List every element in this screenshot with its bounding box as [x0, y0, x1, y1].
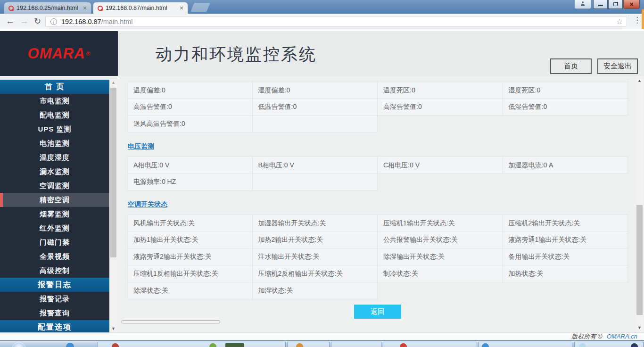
profile-button[interactable]: [574, 0, 591, 9]
taskbar-button[interactable]: [98, 342, 286, 347]
data-table: 温度偏差:0湿度偏差:0温度死区:0湿度死区:0高温告警值:0低温告警值:0高湿…: [127, 82, 628, 132]
scroll-down-icon[interactable]: ▼: [636, 325, 644, 330]
scroll-down-icon[interactable]: ▼: [109, 326, 117, 331]
tab-close-icon[interactable]: ×: [178, 5, 185, 11]
table-cell: A相电压:0 V: [127, 157, 253, 174]
info-icon[interactable]: i: [50, 18, 57, 25]
site-link[interactable]: OMARA.cn: [607, 333, 637, 340]
sidebar-item[interactable]: 报警查询: [0, 306, 109, 320]
taskbar-app-icon[interactable]: [631, 343, 638, 347]
sidebar-item[interactable]: 高级控制: [0, 264, 109, 278]
back-icon[interactable]: ←: [6, 16, 15, 27]
logout-button[interactable]: 安全退出: [597, 58, 638, 74]
start-button[interactable]: [11, 342, 26, 347]
table-cell: 湿度偏差:0: [253, 82, 378, 99]
taskbar-button[interactable]: [383, 342, 477, 347]
browser-tab[interactable]: 192.168.0.87/main.html×: [93, 2, 188, 14]
table-row: A相电压:0 VB相电压:0 VC相电压:0 V加湿器电流:0 A: [127, 157, 628, 174]
table-cell: 液路旁通1输出开关状态:关: [503, 231, 628, 248]
taskbar-app-icon[interactable]: [482, 343, 489, 347]
maximize-icon: [613, 2, 618, 6]
table-row: 温度偏差:0湿度偏差:0温度死区:0湿度死区:0: [127, 82, 628, 99]
scrollbar-thumb[interactable]: [636, 205, 643, 315]
table-cell: 电源频率:0 HZ: [127, 174, 253, 190]
new-tab-button[interactable]: [190, 3, 210, 12]
sidebar-item[interactable]: 温度湿度: [0, 150, 109, 165]
section-heading: 电压监测: [128, 142, 628, 151]
table-cell: 低温告警值:0: [253, 99, 378, 116]
table-cell: 液路旁通2输出开关状态:关: [127, 248, 253, 265]
sidebar-item[interactable]: 电池监测: [0, 136, 109, 150]
url-bar[interactable]: i 192.168.0.87/main.html ☆: [45, 16, 627, 27]
browser-toolbar: ← → ↻ i 192.168.0.87/main.html ☆ ⋮: [0, 14, 644, 29]
browser-tab[interactable]: 192.168.0.25/main.html×: [4, 2, 91, 14]
bookmark-star-icon[interactable]: ☆: [616, 17, 623, 26]
scrollbar-thumb[interactable]: [110, 88, 116, 257]
site-favicon-icon: [8, 6, 14, 11]
table-cell: 送风高温告警值:0: [127, 116, 253, 132]
browser-titlebar: 192.168.0.25/main.html×192.168.0.87/main…: [0, 0, 644, 14]
home-button[interactable]: 首页: [550, 58, 592, 74]
scroll-up-icon[interactable]: ▲: [109, 80, 117, 85]
tab-title: 192.168.0.87/main.html: [106, 5, 178, 11]
table-cell: 除湿输出开关状态:关: [378, 248, 503, 265]
sidebar-item[interactable]: 配电监测: [0, 108, 109, 122]
content-scrollbar[interactable]: ▲ ▼: [636, 76, 644, 332]
table-cell: 加热2输出开关状态:关: [253, 231, 378, 248]
close-button[interactable]: ×: [623, 0, 640, 9]
tables-container: 温度偏差:0湿度偏差:0温度死区:0湿度死区:0高温告警值:0低温告警值:0高湿…: [127, 82, 628, 299]
back-button[interactable]: 返回: [354, 305, 401, 319]
taskbar-app-icon[interactable]: [112, 343, 119, 347]
orange-edge-strip: [642, 9, 644, 29]
sidebar-item[interactable]: 市电监测: [0, 94, 109, 108]
table-row: 高温告警值:0低温告警值:0高湿告警值:0低湿告警值:0: [127, 99, 628, 116]
taskbar-app-icon[interactable]: [400, 343, 407, 347]
taskbar-app-icon[interactable]: [579, 343, 586, 347]
table-cell: 高湿告警值:0: [378, 99, 503, 116]
sidebar-item[interactable]: 红外监测: [0, 221, 109, 235]
page-footer: 版权所有 © OMARA.cn: [0, 332, 644, 340]
sidebar: 首 页市电监测配电监测UPS 监测电池监测温度湿度漏水监测空调监测精密空调烟雾监…: [0, 80, 109, 332]
taskbar-app-icon[interactable]: [296, 343, 303, 347]
taskbar-button[interactable]: [287, 342, 330, 347]
sidebar-item[interactable]: 报警记录: [0, 292, 109, 306]
table-cell: 低湿告警值:0: [503, 99, 628, 116]
sidebar-item[interactable]: 空调监测: [0, 179, 109, 193]
table-row: 除湿状态:关加湿状态:关: [127, 282, 628, 299]
maximize-button[interactable]: [608, 0, 623, 9]
reload-icon[interactable]: ↻: [34, 16, 41, 27]
browser-menu-icon[interactable]: ⋮: [633, 15, 641, 25]
url-host: 192.168.0.87: [61, 18, 101, 25]
minimize-icon: [598, 5, 603, 6]
table-cell: [253, 116, 378, 132]
sidebar-section-header[interactable]: 报警日志: [0, 278, 109, 292]
horizontal-scrollbar-thumb[interactable]: [121, 320, 220, 323]
taskbar-button[interactable]: [331, 342, 381, 347]
taskbar-app-icon[interactable]: [209, 343, 216, 347]
sidebar-item[interactable]: 门磁门禁: [0, 235, 109, 249]
sidebar-item[interactable]: 漏水监测: [0, 165, 109, 179]
taskbar: [0, 340, 644, 347]
table-cell: 温度死区:0: [378, 82, 503, 99]
sidebar-item[interactable]: 精密空调: [0, 193, 109, 207]
sidebar-item[interactable]: 全景视频: [0, 249, 109, 264]
sidebar-scrollbar[interactable]: ▲ ▼: [109, 79, 117, 332]
table-cell: 制冷状态:关: [378, 265, 503, 282]
sidebar-section-header[interactable]: 首 页: [0, 80, 109, 94]
sidebar-item[interactable]: 烟雾监测: [0, 207, 109, 221]
url-path: /main.html: [101, 18, 133, 25]
url-text: 192.168.0.87/main.html: [61, 17, 133, 27]
table-row: 加热1输出开关状态:关加热2输出开关状态:关公共报警输出开关状态:关液路旁通1输…: [127, 231, 628, 248]
sidebar-item[interactable]: UPS 监测: [0, 122, 109, 136]
tab-title: 192.168.0.25/main.html: [17, 5, 82, 11]
minimize-button[interactable]: [593, 0, 608, 9]
scroll-up-icon[interactable]: ▲: [636, 78, 644, 83]
table-row: 风机输出开关状态:关加湿器输出开关状态:关压缩机1输出开关状态:关压缩机2输出开…: [127, 215, 628, 231]
sidebar-section-header[interactable]: 配置选项: [0, 320, 109, 332]
taskbar-button[interactable]: [479, 342, 572, 347]
taskbar-app-icon[interactable]: [225, 343, 244, 347]
tab-close-icon[interactable]: ×: [82, 5, 88, 11]
web-page: OMARA® 动力和环境监控系统 首页 安全退出 首 页市电监测配电监测UPS …: [0, 29, 644, 340]
taskbar-app-icon[interactable]: [66, 343, 74, 347]
table-cell: 除湿状态:关: [127, 282, 253, 299]
